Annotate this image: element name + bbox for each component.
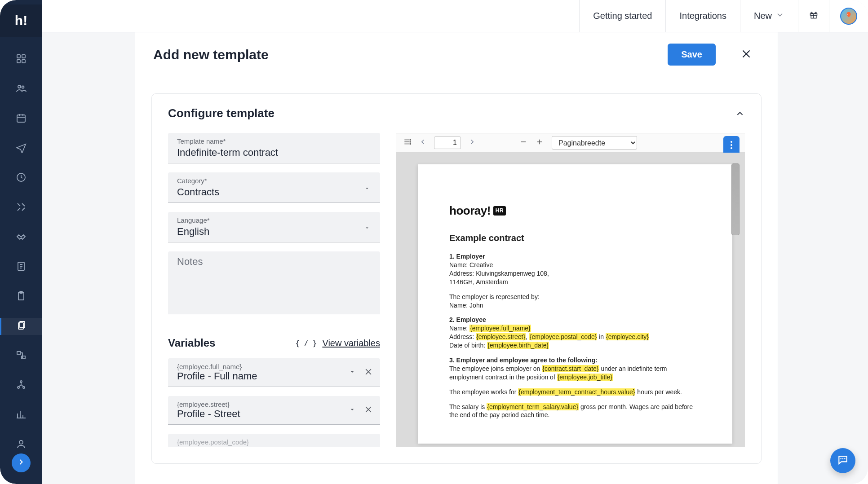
pdf-zoom-in[interactable]: [536, 138, 544, 148]
sidebar-item-tools[interactable]: [0, 199, 42, 216]
pdf-prev-page[interactable]: [419, 138, 427, 148]
pdf-heading: Example contract: [449, 232, 701, 244]
svg-point-16: [18, 387, 19, 388]
sidebar-item-documents[interactable]: [0, 318, 42, 335]
template-name-input[interactable]: [177, 147, 372, 158]
notes-input[interactable]: [177, 256, 372, 268]
more-vertical-icon: [730, 141, 733, 151]
topbar-getting-started[interactable]: Getting started: [579, 0, 665, 32]
sidebar-item-calendar[interactable]: [0, 110, 42, 128]
svg-point-5: [22, 86, 24, 88]
close-button[interactable]: [736, 45, 756, 65]
brand-logo[interactable]: h!: [0, 4, 42, 37]
chart-icon: [16, 409, 27, 422]
chevron-right-icon: [468, 138, 476, 148]
topbar-integrations[interactable]: Integrations: [665, 0, 740, 32]
sidebar-item-leave[interactable]: [0, 140, 42, 157]
sidebar-item-flows[interactable]: [0, 348, 42, 365]
configure-template-card: Configure template Template name*: [151, 93, 762, 464]
pdf-brand-text: hooray!: [449, 203, 491, 219]
plane-icon: [16, 142, 27, 155]
sidebar-item-people[interactable]: [0, 81, 42, 98]
topbar: Getting started Integrations New: [42, 0, 868, 32]
sidebar-item-org[interactable]: [0, 377, 42, 394]
sidebar-toggle-icon: [403, 138, 412, 148]
pdf-section-1b: The employer is represented by: Name: Jo…: [449, 293, 701, 310]
org-icon: [16, 379, 27, 392]
clock-icon: [16, 172, 27, 185]
svg-rect-0: [17, 55, 20, 58]
pdf-page-number-input[interactable]: [434, 136, 461, 149]
svg-rect-2: [17, 60, 20, 63]
chat-icon: [837, 454, 849, 467]
sidebar-item-reports[interactable]: [0, 407, 42, 424]
svg-rect-12: [18, 323, 23, 329]
pdf-page: hooray! HR Example contract 1. Employer …: [418, 164, 732, 444]
variable-code: {employee.street}: [177, 400, 371, 408]
topbar-gift[interactable]: [798, 0, 829, 32]
avatar: [840, 8, 857, 25]
page-header: Add new template Save: [135, 32, 778, 77]
scrollbar-thumb[interactable]: [731, 163, 740, 235]
grid-icon: [16, 53, 27, 66]
sidebar-item-tasks[interactable]: [0, 288, 42, 305]
view-variables-link[interactable]: View variables: [322, 338, 380, 348]
remove-variable-button[interactable]: [364, 405, 373, 416]
svg-point-24: [410, 144, 411, 145]
sidebar-item-expenses[interactable]: [0, 259, 42, 276]
profile-icon: [16, 439, 27, 451]
svg-rect-6: [17, 115, 25, 122]
template-name-label: Template name*: [177, 137, 372, 145]
variable-row-partial[interactable]: {employee.postal_code}: [168, 434, 380, 447]
pdf-zoom-out[interactable]: [519, 138, 527, 148]
braces-icon: { / }: [295, 339, 317, 348]
sidebar-item-profile[interactable]: [0, 436, 42, 453]
variable-mapping: Profile - Full name: [177, 370, 371, 382]
svg-rect-3: [22, 60, 25, 63]
pdf-toolbar: Paginabreedte: [396, 133, 745, 153]
topbar-avatar[interactable]: [829, 0, 868, 32]
pdf-brand-badge: HR: [493, 206, 506, 215]
category-label: Category*: [177, 177, 372, 185]
chevron-up-icon[interactable]: [735, 109, 745, 119]
pdf-zoom-select[interactable]: Paginabreedte: [552, 136, 637, 150]
receipt-icon: [16, 261, 27, 273]
sidebar: h!: [0, 0, 42, 484]
topbar-new-dropdown[interactable]: New: [740, 0, 798, 32]
svg-rect-13: [17, 352, 21, 354]
sidebar-item-time[interactable]: [0, 170, 42, 187]
variable-code: {employee.full_name}: [177, 363, 371, 370]
notes-field[interactable]: [168, 251, 380, 314]
pdf-canvas[interactable]: hooray! HR Example contract 1. Employer …: [396, 153, 745, 447]
sidebar-item-dashboard[interactable]: [0, 51, 42, 68]
pdf-sidebar-toggle[interactable]: [403, 138, 412, 148]
chat-fab[interactable]: [830, 448, 855, 473]
dropdown-icon[interactable]: [349, 368, 356, 377]
category-value: Contracts: [177, 186, 372, 198]
svg-point-18: [19, 440, 23, 444]
pdf-brand: hooray! HR: [449, 203, 701, 219]
remove-variable-button[interactable]: [364, 367, 373, 378]
template-name-field[interactable]: Template name*: [168, 133, 380, 163]
svg-point-25: [731, 141, 732, 143]
svg-point-27: [731, 147, 732, 149]
language-field[interactable]: Language* English: [168, 212, 380, 242]
variable-mapping: Profile - Street: [177, 408, 371, 420]
variable-code: {employee.postal_code}: [177, 438, 371, 446]
sidebar-item-handshake[interactable]: [0, 229, 42, 246]
variable-row[interactable]: {employee.full_name} Profile - Full name: [168, 358, 380, 387]
svg-point-22: [410, 140, 411, 141]
document-preview: Paginabreedte: [396, 133, 745, 447]
sidebar-expand-button[interactable]: [12, 453, 31, 472]
flows-icon: [16, 350, 27, 362]
chevron-left-icon: [419, 138, 427, 148]
tools-icon: [16, 202, 27, 214]
pdf-section-3b: The employee works for {employment_term_…: [449, 388, 701, 396]
variable-row[interactable]: {employee.street} Profile - Street: [168, 396, 380, 425]
pdf-next-page[interactable]: [468, 138, 476, 148]
category-field[interactable]: Category* Contracts: [168, 172, 380, 203]
minus-icon: [519, 138, 527, 148]
save-button[interactable]: Save: [668, 44, 716, 66]
people-icon: [16, 83, 27, 96]
dropdown-icon[interactable]: [349, 406, 356, 415]
